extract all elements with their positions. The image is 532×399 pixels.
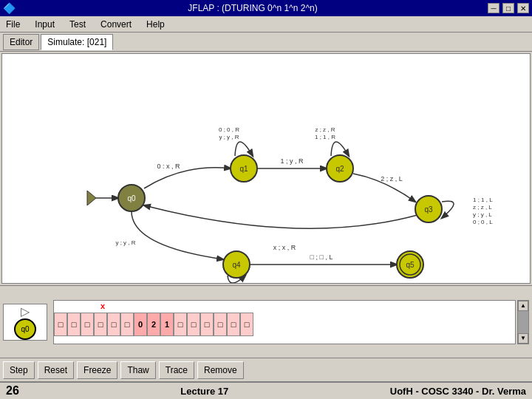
tape-cell: □ [81, 313, 94, 336]
tape-display[interactable]: x □□□□□□021□□□□□□ [53, 300, 516, 344]
scroll-up-button[interactable]: ▲ [518, 301, 528, 311]
tape-cell: □ [174, 313, 187, 336]
thaw-button[interactable]: Thaw [120, 361, 155, 379]
svg-text:q4: q4 [232, 261, 241, 269]
scroll-down-button[interactable]: ▼ [518, 333, 528, 344]
svg-text:q3: q3 [424, 205, 433, 214]
title-bar: 🔷 JFLAP : (DTURING 0^n 1^n 2^n) ─ □ ✕ [0, 0, 532, 16]
toolbar: Editor Simulate: [021] [0, 33, 532, 52]
svg-text:1 ; y , R: 1 ; y , R [280, 157, 304, 165]
freeze-button[interactable]: Freeze [77, 361, 117, 379]
tape-cell: 1 [160, 313, 174, 336]
svg-text:1 ; 1 , L: 1 ; 1 , L [473, 197, 493, 203]
tape-cell: 0 [134, 313, 147, 336]
svg-marker-1 [87, 191, 96, 205]
window-controls[interactable]: ─ □ ✕ [488, 3, 529, 13]
bottom-panel: ▷ q0 x □□□□□□021□□□□□□ ▲ ▼ Ste [0, 285, 532, 381]
slide-number: 26 [6, 384, 19, 398]
svg-text:q0: q0 [127, 194, 136, 202]
tape-cell: □ [107, 313, 120, 336]
svg-text:q2: q2 [335, 165, 344, 173]
svg-text:0 : x , R: 0 : x , R [157, 163, 180, 170]
svg-text:z ; z , R: z ; z , R [315, 126, 335, 133]
button-bar: Step Reset Freeze Thaw Trace Remove [0, 358, 532, 381]
start-arrow-icon: ▷ [21, 304, 30, 318]
trace-button[interactable]: Trace [159, 361, 194, 379]
diagram-area: 0 : x , R 0 ; 0 , R y ; y , R 1 ; y , R … [1, 53, 531, 284]
svg-text:y ; y , R: y ; y , R [115, 239, 135, 246]
svg-text:0 ; 0 , R: 0 ; 0 , R [219, 126, 239, 133]
remove-button[interactable]: Remove [197, 361, 244, 379]
footer-center: Lecture 17 [180, 386, 228, 397]
footer: 26 Lecture 17 UofH - COSC 3340 - Dr. Ver… [0, 381, 532, 399]
tape-cell: □ [67, 313, 81, 336]
footer-right: UofH - COSC 3340 - Dr. Verma [390, 386, 526, 397]
menu-input[interactable]: Input [32, 18, 58, 31]
menu-help[interactable]: Help [143, 18, 168, 31]
tape-cell: □ [94, 313, 107, 336]
current-state: q0 [14, 318, 36, 340]
menu-bar: File Input Test Convert Help [0, 16, 532, 33]
step-button[interactable]: Step [3, 361, 35, 379]
tape-cell: □ [240, 313, 253, 336]
tape-cell: □ [214, 313, 227, 336]
reset-button[interactable]: Reset [38, 361, 74, 379]
svg-text:□ ; □ , L: □ ; □ , L [310, 253, 333, 261]
svg-text:y ; y , L: y ; y , L [473, 211, 492, 218]
tape-cell: □ [120, 313, 134, 336]
svg-text:1 ; 1 , R: 1 ; 1 , R [315, 134, 335, 140]
tape-cell: □ [187, 313, 200, 336]
tape-cursor: x [96, 301, 109, 311]
tape-cell: □ [227, 313, 240, 336]
close-button[interactable]: ✕ [517, 3, 529, 13]
tab-simulate[interactable]: Simulate: [021] [41, 34, 113, 50]
main-area: 0 : x , R 0 ; 0 , R y ; y , R 1 ; y , R … [0, 52, 532, 381]
svg-text:y ; y , R: y ; y , R [219, 134, 239, 140]
menu-file[interactable]: File [3, 18, 23, 31]
svg-text:0 ; 0 , L: 0 ; 0 , L [473, 219, 493, 225]
minimize-button[interactable]: ─ [488, 3, 499, 13]
svg-text:q5: q5 [406, 261, 415, 269]
svg-text:z ; z , L: z ; z , L [473, 204, 492, 211]
tape-cell: □ [200, 313, 214, 336]
tab-editor[interactable]: Editor [3, 34, 39, 50]
svg-text:x ; x , R: x ; x , R [273, 244, 296, 251]
tape-scrollbar[interactable]: ▲ ▼ [517, 300, 529, 344]
menu-convert[interactable]: Convert [98, 18, 134, 31]
tape-cells: □□□□□□021□□□□□□ [54, 313, 253, 336]
tape-area: ▷ q0 x □□□□□□021□□□□□□ ▲ ▼ [0, 286, 532, 358]
maximize-button[interactable]: □ [502, 3, 514, 13]
svg-text:q1: q1 [239, 165, 248, 173]
svg-text:2 ; z , L: 2 ; z , L [381, 175, 403, 183]
turing-diagram: 0 : x , R 0 ; 0 , R y ; y , R 1 ; y , R … [2, 54, 530, 283]
scroll-track[interactable] [518, 311, 528, 333]
window-title: JFLAP : (DTURING 0^n 1^n 2^n) [18, 3, 488, 13]
menu-test[interactable]: Test [66, 18, 89, 31]
tape-cell: 2 [147, 313, 160, 336]
state-display: ▷ q0 [3, 304, 47, 341]
tape-cell: □ [54, 313, 67, 336]
